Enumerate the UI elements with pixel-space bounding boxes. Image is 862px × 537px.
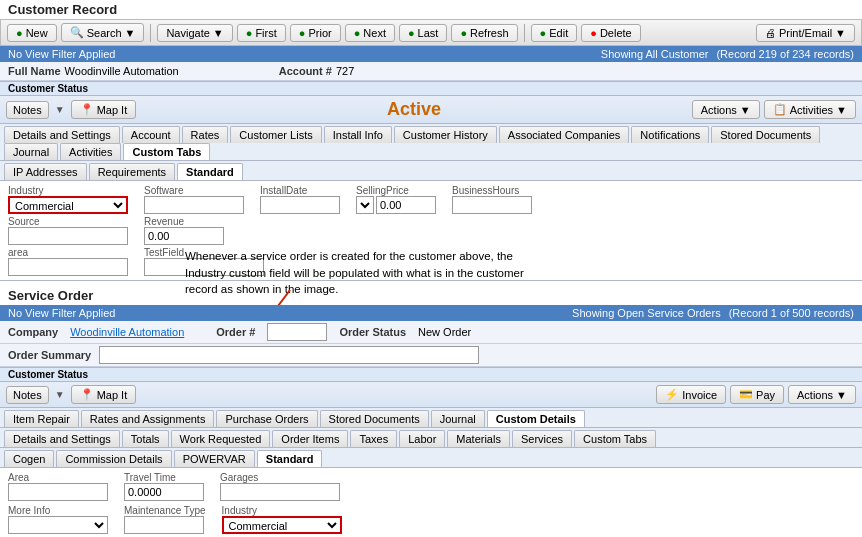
- so-company-value[interactable]: Woodinville Automation: [70, 326, 184, 338]
- so-tab-cogen[interactable]: Cogen: [4, 450, 54, 467]
- so-tab-commission[interactable]: Commission Details: [56, 450, 171, 467]
- business-hours-group: BusinessHours: [452, 185, 532, 214]
- so-area-input[interactable]: [8, 483, 108, 501]
- so-tab-work-requested[interactable]: Work Requested: [171, 430, 271, 447]
- so-tab-custom-tabs[interactable]: Custom Tabs: [574, 430, 656, 447]
- so-notes-button[interactable]: Notes: [6, 386, 49, 404]
- customer-info-row: Full Name Woodinville Automation Account…: [0, 62, 862, 81]
- software-label: Software: [144, 185, 244, 196]
- so-maintenance-type-input[interactable]: [124, 516, 204, 534]
- so-travel-time-input[interactable]: [124, 483, 204, 501]
- so-order-summary-row: Order Summary: [0, 344, 862, 367]
- so-pay-button[interactable]: 💳 Pay: [730, 385, 784, 404]
- delete-button[interactable]: ● Delete: [581, 24, 640, 42]
- so-tab-standard[interactable]: Standard: [257, 450, 323, 467]
- navigate-button[interactable]: Navigate ▼: [157, 24, 232, 42]
- area-input[interactable]: [8, 258, 128, 276]
- so-actions-button[interactable]: Actions ▼: [788, 385, 856, 404]
- business-hours-input[interactable]: [452, 196, 532, 214]
- prior-button[interactable]: ● Prior: [290, 24, 341, 42]
- activities-button[interactable]: 📋 Activities ▼: [764, 100, 856, 119]
- so-tab-labor[interactable]: Labor: [399, 430, 445, 447]
- tab-standard[interactable]: Standard: [177, 163, 243, 180]
- tab-journal[interactable]: Journal: [4, 143, 58, 160]
- so-tab-rates[interactable]: Rates and Assignments: [81, 410, 215, 427]
- tab-notifications[interactable]: Notifications: [631, 126, 709, 143]
- so-invoice-button[interactable]: ⚡ Invoice: [656, 385, 726, 404]
- source-input[interactable]: [8, 227, 128, 245]
- account-value: 727: [336, 65, 354, 77]
- map-it-button[interactable]: 📍 Map It: [71, 100, 137, 119]
- so-area-group: Area: [8, 472, 108, 501]
- tab-rates[interactable]: Rates: [182, 126, 229, 143]
- install-date-input[interactable]: [260, 196, 340, 214]
- tab-stored-documents[interactable]: Stored Documents: [711, 126, 820, 143]
- selling-price-input[interactable]: [376, 196, 436, 214]
- tab-custom-tabs[interactable]: Custom Tabs: [123, 143, 210, 160]
- source-label: Source: [8, 216, 128, 227]
- industry-select[interactable]: Commercial: [8, 196, 128, 214]
- so-company-row: Company Woodinville Automation Order # O…: [0, 321, 862, 344]
- so-tabs-row3: Cogen Commission Details POWERVAR Standa…: [0, 448, 862, 468]
- customer-tabs-row2: IP Addresses Requirements Standard: [0, 161, 862, 181]
- so-order-summary-input[interactable]: [99, 346, 479, 364]
- tab-install-info[interactable]: Install Info: [324, 126, 392, 143]
- industry-group: Industry Commercial: [8, 185, 128, 214]
- area-label: area: [8, 247, 128, 258]
- so-tab-powervar[interactable]: POWERVAR: [174, 450, 255, 467]
- new-button[interactable]: ● New: [7, 24, 57, 42]
- so-area-label: Area: [8, 472, 108, 483]
- so-garages-input[interactable]: [220, 483, 340, 501]
- selling-price-group: SellingPrice: [356, 185, 436, 214]
- source-group: Source: [8, 216, 128, 245]
- so-tab-journal[interactable]: Journal: [431, 410, 485, 427]
- actions-button[interactable]: Actions ▼: [692, 100, 760, 119]
- so-tab-order-items[interactable]: Order Items: [272, 430, 348, 447]
- tab-customer-lists[interactable]: Customer Lists: [230, 126, 321, 143]
- so-more-info-select[interactable]: [8, 516, 108, 534]
- print-email-button[interactable]: 🖨 Print/Email ▼: [756, 24, 855, 42]
- so-tab-custom-details[interactable]: Custom Details: [487, 410, 585, 427]
- revenue-label: Revenue: [144, 216, 224, 227]
- tab-customer-history[interactable]: Customer History: [394, 126, 497, 143]
- search-button[interactable]: 🔍 Search ▼: [61, 23, 145, 42]
- so-tabs-row1: Item Repair Rates and Assignments Purcha…: [0, 408, 862, 428]
- revenue-input[interactable]: [144, 227, 224, 245]
- software-group: Software: [144, 185, 244, 214]
- so-map-it-button[interactable]: 📍 Map It: [71, 385, 137, 404]
- software-input[interactable]: [144, 196, 244, 214]
- tab-activities[interactable]: Activities: [60, 143, 121, 160]
- tab-associated-companies[interactable]: Associated Companies: [499, 126, 630, 143]
- so-tab-taxes[interactable]: Taxes: [350, 430, 397, 447]
- so-customer-status-label: Customer Status: [8, 369, 88, 380]
- so-tab-materials[interactable]: Materials: [447, 430, 510, 447]
- so-tab-purchase-orders[interactable]: Purchase Orders: [216, 410, 317, 427]
- so-garages-group: Garages: [220, 472, 340, 501]
- notes-button[interactable]: Notes: [6, 101, 49, 119]
- full-name-label: Full Name: [8, 65, 61, 77]
- so-tab-totals[interactable]: Totals: [122, 430, 169, 447]
- so-tab-details-settings[interactable]: Details and Settings: [4, 430, 120, 447]
- edit-button[interactable]: ● Edit: [531, 24, 578, 42]
- first-button[interactable]: ● First: [237, 24, 286, 42]
- refresh-button[interactable]: ● Refresh: [451, 24, 517, 42]
- tab-ip-addresses[interactable]: IP Addresses: [4, 163, 87, 180]
- full-name-value: Woodinville Automation: [65, 65, 179, 77]
- last-button[interactable]: ● Last: [399, 24, 447, 42]
- tab-account[interactable]: Account: [122, 126, 180, 143]
- so-tab-services[interactable]: Services: [512, 430, 572, 447]
- so-industry-select[interactable]: Commercial: [222, 516, 342, 534]
- service-order-title: Service Order: [0, 286, 862, 305]
- selling-price-select[interactable]: [356, 196, 374, 214]
- so-tabs-row2: Details and Settings Totals Work Request…: [0, 428, 862, 448]
- so-order-input[interactable]: [267, 323, 327, 341]
- tab-requirements[interactable]: Requirements: [89, 163, 175, 180]
- tab-details-settings[interactable]: Details and Settings: [4, 126, 120, 143]
- area-group: area: [8, 247, 128, 276]
- next-button[interactable]: ● Next: [345, 24, 395, 42]
- so-tab-item-repair[interactable]: Item Repair: [4, 410, 79, 427]
- so-tab-stored-documents[interactable]: Stored Documents: [320, 410, 429, 427]
- customer-status-label: Customer Status: [8, 83, 88, 94]
- business-hours-label: BusinessHours: [452, 185, 532, 196]
- so-more-info-label: More Info: [8, 505, 108, 516]
